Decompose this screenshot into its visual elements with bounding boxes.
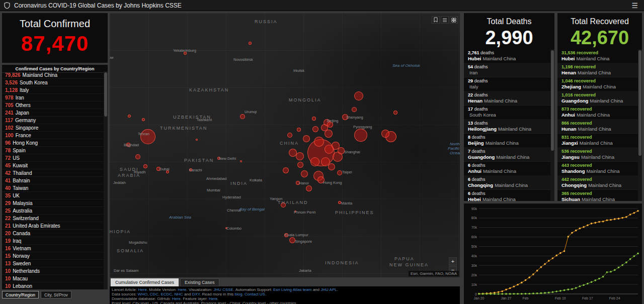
recovered-list-item[interactable]: 873 recovered AnhuiMainland China: [557, 106, 638, 120]
footer-text[interactable]: Contact US: [245, 292, 265, 296]
deaths-list-scrollbar[interactable]: [550, 49, 554, 201]
footer-text[interactable]: CDC: [150, 292, 158, 296]
confirmed-list-item[interactable]: 41Bahrain: [2, 177, 104, 184]
confirmed-list-item[interactable]: 72US: [2, 154, 104, 162]
confirmed-list-item[interactable]: 978Iran: [2, 94, 104, 102]
footer-text[interactable]: ECDC: [160, 292, 172, 296]
confirmed-list-item[interactable]: 10Lebanon: [2, 282, 104, 289]
case-circle[interactable]: [354, 91, 363, 100]
confirmed-view-tab[interactable]: City, St/Prov: [41, 291, 71, 298]
footer-text[interactable]: . Automation Support:: [233, 287, 273, 292]
footer-text[interactable]: Here: [178, 287, 186, 292]
footer-text[interactable]: Here: [172, 296, 181, 301]
footer-text[interactable]: .: [265, 292, 266, 296]
deaths-list-item[interactable]: 29 deaths Italy: [464, 77, 550, 91]
confirmed-list-item[interactable]: 3,526South Korea: [2, 79, 104, 86]
confirmed-list-item[interactable]: 22Switzerland: [2, 215, 104, 222]
recovered-list-item[interactable]: 1,016 recovered GuangdongMainland China: [557, 91, 638, 106]
basemap-icon[interactable]: [450, 16, 458, 24]
confirmed-list-item[interactable]: 21United Arab Emirates: [2, 222, 104, 230]
case-circle[interactable]: [240, 160, 242, 162]
deaths-list-item[interactable]: 54 deaths Iran: [464, 63, 550, 77]
footer-text[interactable]: JHU CSSE: [213, 287, 233, 292]
case-circle[interactable]: [314, 137, 324, 147]
recovered-list-item[interactable]: 536 recovered JiangsuMainland China: [557, 148, 638, 162]
confirmed-list-item[interactable]: 25Australia: [2, 207, 104, 215]
footer-text[interactable]: . Feature layer:: [181, 296, 209, 301]
case-circle[interactable]: [297, 128, 301, 132]
case-circle[interactable]: [306, 185, 312, 191]
zoom-in-button[interactable]: +: [449, 257, 457, 265]
footer-text[interactable]: Here: [209, 296, 217, 301]
recovered-list-item[interactable]: 1,046 recovered ZhejiangMainland China: [557, 77, 638, 91]
footer-text[interactable]: .: [337, 287, 338, 292]
footer-text[interactable]: WHO: [138, 292, 148, 296]
deaths-list-item[interactable]: 8 deaths BeijingMainland China: [464, 134, 550, 148]
case-circle[interactable]: [328, 163, 335, 170]
confirmed-list-item[interactable]: 78Spain: [2, 147, 104, 154]
world-map[interactable]: RUSSIAKAZAKHSTANMONGOLIACHINAINDIAPAKIST…: [110, 13, 460, 277]
recovered-list-scrollbar[interactable]: [638, 49, 642, 201]
confirmed-list-item[interactable]: 100France: [2, 132, 104, 139]
footer-text[interactable]: DXY: [192, 292, 200, 296]
recovered-list-item[interactable]: 866 recovered HunanMainland China: [557, 120, 638, 134]
deaths-list-item[interactable]: 7 deaths GuangdongMainland China: [464, 148, 550, 162]
case-circle[interactable]: [249, 42, 252, 45]
map-layer-tab[interactable]: Cumulative Confirmed Cases: [111, 278, 179, 286]
case-circle[interactable]: [393, 111, 397, 115]
footer-text[interactable]: Lancet Article:: [112, 287, 138, 292]
footer-text[interactable]: . Read more in this: [200, 292, 234, 296]
confirmed-list-item[interactable]: 241Japan: [2, 109, 104, 117]
deaths-list-item[interactable]: 6 deaths ChongqingMainland China: [464, 176, 550, 190]
confirmed-view-tab[interactable]: Country/Region: [2, 291, 39, 298]
deaths-list-item[interactable]: 6 deaths AnhuiMainland China: [464, 162, 550, 176]
confirmed-list-item[interactable]: 96Hong Kong: [2, 139, 104, 147]
case-circle[interactable]: [303, 135, 310, 142]
footer-text[interactable]: JHU APL: [320, 287, 337, 292]
case-circle[interactable]: [310, 157, 319, 166]
confirmed-list-item[interactable]: 45Kuwait: [2, 162, 104, 169]
recovered-list-item[interactable]: 1,198 recovered HenanMainland China: [557, 63, 638, 77]
case-circle[interactable]: [312, 117, 316, 121]
confirmed-list-item[interactable]: 10Netherlands: [2, 267, 104, 275]
confirmed-list-item[interactable]: 79,826Mainland China: [2, 71, 104, 79]
deaths-list-item[interactable]: 17 deaths South Korea: [464, 106, 550, 120]
footer-text[interactable]: blog: [234, 292, 242, 296]
footer-text[interactable]: .: [217, 296, 218, 301]
confirmed-list-item[interactable]: 117Germany: [2, 117, 104, 124]
deaths-list-scroll-thumb[interactable]: [551, 50, 554, 151]
footer-text[interactable]: and: [311, 287, 320, 292]
case-circle[interactable]: [143, 164, 147, 168]
confirmed-list-item[interactable]: 10Macau: [2, 275, 104, 282]
case-circle[interactable]: [381, 130, 389, 138]
case-circle[interactable]: [283, 167, 289, 173]
case-circle[interactable]: [296, 152, 304, 160]
deaths-list-item[interactable]: 13 deaths HeilongjiangMainland China: [464, 120, 550, 134]
footer-text[interactable]: . Mobile Version:: [147, 287, 178, 292]
case-circle[interactable]: [297, 162, 303, 168]
confirmed-list-item[interactable]: 16Vietnam: [2, 245, 104, 252]
recovered-list-item[interactable]: 365 recovered SichuanMainland China: [557, 190, 638, 201]
footer-text[interactable]: . Visualization:: [187, 287, 214, 292]
footer-text[interactable]: Here: [138, 287, 146, 292]
case-circle[interactable]: [196, 139, 198, 141]
confirmed-list-scrollbar[interactable]: [104, 71, 108, 289]
confirmed-list-item[interactable]: 102Singapore: [2, 124, 104, 132]
deaths-list-item[interactable]: 2,761 deaths HubeiMainland China: [464, 49, 550, 63]
recovered-list-scroll-thumb[interactable]: [638, 50, 641, 156]
case-circle[interactable]: [240, 114, 245, 119]
legend-icon[interactable]: [441, 16, 449, 24]
case-circle[interactable]: [142, 118, 145, 121]
map-layer-tab[interactable]: Existing Cases: [180, 278, 219, 286]
case-circle[interactable]: [287, 133, 292, 138]
confirmed-list-item[interactable]: 35UK: [2, 192, 104, 199]
confirmed-list-item[interactable]: 40Taiwan: [2, 184, 104, 192]
case-circle[interactable]: [352, 107, 357, 112]
confirmed-list-item[interactable]: 19Iraq: [2, 237, 104, 245]
confirmed-list-item[interactable]: 20Canada: [2, 230, 104, 237]
case-circle[interactable]: [289, 149, 297, 157]
confirmed-list-item[interactable]: 15Norway: [2, 252, 104, 260]
confirmed-list-item[interactable]: 42Thailand: [2, 169, 104, 177]
footer-text[interactable]: NHC: [175, 292, 183, 296]
confirmed-list-item[interactable]: 29Malaysia: [2, 199, 104, 207]
